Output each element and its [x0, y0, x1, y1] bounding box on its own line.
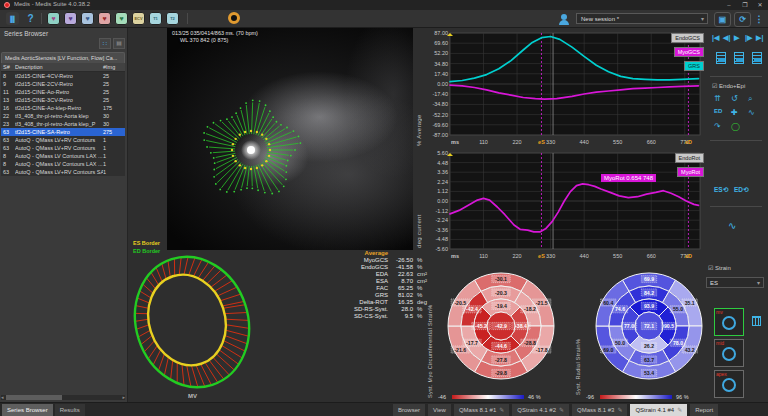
play-icon[interactable]: ▶	[734, 34, 739, 42]
svg-text:84.2: 84.2	[644, 290, 654, 296]
ring-icon[interactable]	[228, 12, 240, 24]
app-icon-qflow[interactable]: ♥	[64, 12, 77, 25]
slice-label: apex	[716, 371, 727, 377]
legend-myogcs[interactable]: MyoGCS	[674, 47, 704, 57]
legend-endogcs[interactable]: EndoGCS	[671, 33, 704, 43]
kebab-menu-icon[interactable]: ⋮	[755, 12, 763, 25]
curve-icon[interactable]: ∿	[748, 108, 755, 117]
series-row[interactable]: 8AutoQ - QMass LV Contours LAX ...1	[1, 160, 125, 168]
app-icon-qstrain[interactable]: ♥	[115, 12, 128, 25]
strain-chart[interactable]: 87.0069.6052.2034.8017.400.00-17.40-34.8…	[425, 28, 712, 148]
average-row: FAC65.25%	[342, 285, 434, 292]
app-icon-qangio[interactable]: ♥	[98, 12, 111, 25]
workflow-tab-qmass-8-1-3[interactable]: QMass 8.1 #3✎	[572, 404, 627, 416]
slice-thumbnail-apex[interactable]: apex	[714, 370, 744, 398]
svg-text:eS: eS	[538, 139, 545, 145]
series-row[interactable]: 8tf2d15-CINE-4CV-Retro25	[1, 72, 125, 80]
series-description: AutoQ - QMass LV+RV Contours SAX	[15, 168, 103, 176]
series-row[interactable]: 22tf3_408_thr-pl-retro-Aorta klep30	[1, 112, 125, 120]
svg-text:53.4: 53.4	[644, 370, 654, 376]
last-frame-icon[interactable]: ▶|	[756, 34, 763, 42]
col-series-number[interactable]: S#	[1, 63, 15, 71]
panel-tab-series-browser[interactable]: Series Browser	[2, 404, 53, 416]
delete-contour-icon[interactable]	[752, 316, 761, 326]
series-row[interactable]: 63AutoQ - QMass LV+RV Contours1	[1, 136, 125, 144]
series-hscrollbar[interactable]: ◂▸	[1, 395, 125, 400]
ed-frame-icon[interactable]: ED⟲	[734, 186, 748, 194]
app-icon-t2[interactable]: T2	[166, 12, 179, 25]
workflow-tab-qstrain-4-1-2[interactable]: QStrain 4.1 #2✎	[512, 404, 569, 416]
strain-curve-icon[interactable]: ∿	[728, 220, 736, 231]
study-tab[interactable]: Medis AorticStenosis [LV Function, Flow]…	[1, 52, 125, 63]
series-image-count: 25	[103, 96, 123, 104]
series-row[interactable]: 63AutoQ - QMass LV+RV Contours SAX1	[1, 168, 125, 176]
first-frame-icon[interactable]: |◀	[712, 34, 719, 42]
series-row[interactable]: 9tf2d15-CINE-2CV-Retro25	[1, 80, 125, 88]
workflow-tab-report[interactable]: Report	[690, 404, 718, 416]
series-row[interactable]: 16tf2d15-CINE-Ao-klep-Retro175	[1, 104, 125, 112]
legend-grs[interactable]: GRS	[684, 61, 704, 71]
svg-text:55.0: 55.0	[673, 306, 683, 312]
ellipse-roi-icon[interactable]: ◯	[731, 122, 740, 131]
metric-value: 22.63	[391, 271, 413, 278]
col-description[interactable]: Description	[15, 63, 103, 71]
workflow-tab-qstrain-4-1-4[interactable]: QStrain 4.1 #4✎	[630, 404, 687, 416]
series-row[interactable]: 11tf2d15-CINE-Ao-Retro25	[1, 88, 125, 96]
magnifier-icon[interactable]: ⌕	[748, 94, 752, 104]
list-view-button[interactable]: ▤	[113, 38, 125, 49]
svg-text:69.60: 69.60	[434, 40, 448, 46]
phase-select[interactable]: ES▾	[706, 277, 764, 288]
series-description: tf2d15-CINE-4CV-Retro	[15, 72, 103, 80]
next-frame-icon[interactable]: |▶	[745, 34, 752, 42]
redo-arc-icon[interactable]: ↷	[714, 122, 721, 131]
series-description: tf2d15-CINE-Ao-klep-Retro	[15, 104, 103, 112]
contour-thumb-icon	[722, 347, 736, 361]
workflow-tab-qmass-8-1-1[interactable]: QMass 8.1 #1✎	[454, 404, 509, 416]
workflow-tab-browser[interactable]: Browser	[393, 404, 425, 416]
reset-layout-button[interactable]: ⟳	[734, 12, 751, 27]
series-row[interactable]: 63tf2d15-CINE-SA-Retro275	[1, 128, 125, 136]
viewer-icon[interactable]: ▐▌	[6, 12, 19, 25]
legend-endorot[interactable]: EndoRot	[675, 153, 704, 163]
slice-thumbnail-mid[interactable]: mid	[714, 339, 744, 367]
series-row[interactable]: 13tf2d15-CINE-3CV-Retro25	[1, 96, 125, 104]
crosshair-icon[interactable]: ✚	[731, 108, 738, 117]
up-arrows-icon[interactable]: ⇈	[714, 94, 721, 103]
series-number: 13	[1, 96, 15, 104]
series-number: 11	[1, 88, 15, 96]
prev-frame-icon[interactable]: ◀|	[723, 34, 730, 42]
layout-button[interactable]: ▣	[714, 12, 731, 27]
panel-tab-results[interactable]: Results	[55, 404, 85, 416]
help-icon[interactable]: ?	[24, 12, 37, 25]
grid-view-button[interactable]: ∷	[99, 38, 111, 49]
report-doc-icon[interactable]	[752, 52, 762, 64]
slice-thumbnail-mv[interactable]: mv	[714, 308, 744, 336]
series-row[interactable]: 8AutoQ - QMass LV Contours LAX ...1	[1, 152, 125, 160]
workflow-tab-view[interactable]: View	[428, 404, 451, 416]
series-description: tf2d15-CINE-3CV-Retro	[15, 96, 103, 104]
col-img-count[interactable]: #Img	[103, 63, 123, 71]
app-icon-3dview[interactable]: ♥	[81, 12, 94, 25]
series-row[interactable]: 23tf3_408_thr-pl-retro-Aorta klep_P30	[1, 120, 125, 128]
close-button[interactable]: ✕	[753, 0, 767, 10]
report-doc-icon[interactable]	[734, 52, 744, 64]
report-doc-icon[interactable]	[716, 52, 726, 64]
minimize-button[interactable]: –	[722, 0, 736, 10]
es-frame-icon[interactable]: ES⟲	[714, 186, 728, 194]
mri-viewport[interactable]: 013/25 035/0414/863 ms. (70 bpm) WL 370 …	[167, 28, 413, 250]
maximize-button[interactable]: ❐	[738, 0, 752, 10]
app-icon-ecv[interactable]: ECV	[132, 12, 145, 25]
svg-text:-3.36: -3.36	[435, 227, 448, 233]
rotate-ccw-icon[interactable]: ↺	[731, 94, 738, 103]
session-select[interactable]: New session *▾	[576, 13, 708, 24]
rotation-chart[interactable]: 5.604.483.362.241.120.00-1.12-2.24-3.36-…	[425, 148, 712, 262]
ed-phase-icon[interactable]: ED	[714, 108, 722, 114]
svg-text:-34.80: -34.80	[432, 101, 448, 107]
app-icon-qmass[interactable]: ♥	[47, 12, 60, 25]
strain-checkbox[interactable]: ☑ Strain	[708, 264, 731, 271]
endo-epi-checkbox[interactable]: ☑ Endo+Epi	[712, 82, 745, 89]
user-avatar-icon[interactable]	[558, 13, 570, 25]
series-row[interactable]: 63AutoQ - QMass LV+RV Contours1	[1, 144, 125, 152]
app-icon-t1[interactable]: T1	[149, 12, 162, 25]
legend-myorot[interactable]: MyoRot	[677, 167, 704, 177]
